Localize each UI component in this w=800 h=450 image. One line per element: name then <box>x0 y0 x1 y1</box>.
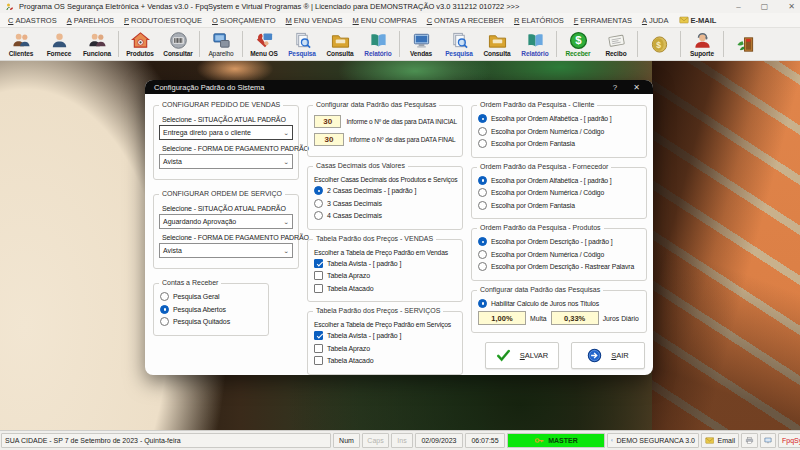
checkbox-box[interactable] <box>314 271 323 280</box>
sair-button[interactable]: SAIR <box>571 342 645 369</box>
radio-escolha-por-ordem-descricao-padrao[interactable]: Escolha por Ordem Descrição - [ padrão ] <box>478 237 641 246</box>
menu-item-aparelhos[interactable]: APARELHOS <box>62 16 119 25</box>
toolbar-button-menu-os[interactable]: Menu OS <box>245 28 283 60</box>
radio-escolha-por-ordem-alfabetica-padrao[interactable]: Escolha por Ordem Alfabética - [ padrão … <box>478 114 641 123</box>
radio-button[interactable] <box>160 305 169 314</box>
checkbox-box[interactable] <box>314 356 323 365</box>
radio-escolha-por-ordem-numerica-codigo[interactable]: Escolha por Ordem Numérica / Código <box>478 250 641 259</box>
combo-avista[interactable]: Avista⌄ <box>159 243 293 258</box>
radio-escolha-por-ordem-descricao-rastrear-palavra[interactable]: Escolha por Ordem Descrição - Rastrear P… <box>478 262 641 271</box>
status-segment-terminal[interactable] <box>760 433 776 448</box>
toolbar-button-pesquisa[interactable]: Pesquisa <box>440 28 478 60</box>
menu-item-relatorios[interactable]: RELATÓRIOS <box>509 16 569 25</box>
menu-item-ajuda[interactable]: AJUDA <box>637 16 674 25</box>
minimize-button[interactable]: – <box>736 2 740 12</box>
toolbar-button-consulta[interactable]: Consulta <box>321 28 359 60</box>
menu-item-contas-a-receber[interactable]: CONTAS A RECEBER <box>422 16 509 25</box>
combo-entrega-direto-para-o-cliente[interactable]: Entrega direto para o cliente⌄ <box>159 125 293 140</box>
radio-button[interactable] <box>478 188 487 197</box>
dialog-close-button[interactable]: ✕ <box>629 83 644 92</box>
radio-button[interactable] <box>478 237 487 246</box>
radio-escolha-por-ordem-alfabetica-padrao[interactable]: Escolha por Ordem Alfabética - [ padrão … <box>478 176 641 185</box>
dialog-titlebar[interactable]: Configuração Padrão do Sistema ? ✕ <box>145 80 653 94</box>
checkbox-tabela-aprazo[interactable]: Tabela Aprazo <box>314 271 457 280</box>
radio-button[interactable] <box>314 199 323 208</box>
dialog-help-button[interactable]: ? <box>609 83 621 92</box>
menu-item-ferramentas[interactable]: FERRAMENTAS <box>569 16 637 25</box>
radio-2-casas-decimais-padrao[interactable]: 2 Casas Decimais - [ padrão ] <box>314 186 457 195</box>
radio-escolha-por-ordem-numerica-codigo[interactable]: Escolha por Ordem Numérica / Código <box>478 188 641 197</box>
chevron-down-icon: ⌄ <box>283 247 289 253</box>
menu-item-os-orcamento[interactable]: OS/ORÇAMENTO <box>207 16 281 25</box>
combo-aguardando-aprovacao[interactable]: Aguardando Aprovação⌄ <box>159 214 293 229</box>
percent-input-multa[interactable]: 1,00% <box>478 311 526 325</box>
radio-pesquisa-geral[interactable]: Pesquisa Geral <box>160 292 263 301</box>
toolbar-button-fornece[interactable]: Fornece <box>40 28 78 60</box>
toolbar-button-coin[interactable]: $ <box>640 28 678 60</box>
radio-escolha-por-ordem-numerica-codigo[interactable]: Escolha por Ordem Numérica / Código <box>478 127 641 136</box>
toolbar-button-produtos[interactable]: Produtos <box>121 28 159 60</box>
toolbar-button-aparelho[interactable]: Aparelho <box>202 28 240 60</box>
maximize-button[interactable]: ▢ <box>761 2 769 12</box>
dialog-button-row: SALVARSAIR <box>471 342 647 373</box>
menu-item-produto-estoque[interactable]: PRODUTO/ESTOQUE <box>119 16 207 25</box>
headset-icon <box>693 31 712 50</box>
checkbox-box[interactable] <box>314 331 323 340</box>
group-title: Tabela Padrão dos Preços - VENDAS <box>313 235 436 242</box>
radio-pesquisa-abertos[interactable]: Pesquisa Abertos <box>160 305 263 314</box>
radio-3-casas-decimais[interactable]: 3 Casas Decimais <box>314 199 457 208</box>
toolbar-button-relatorio[interactable]: Relatório <box>516 28 554 60</box>
radio-button[interactable] <box>478 139 487 148</box>
toolbar-button-receber[interactable]: $Receber <box>559 28 597 60</box>
radio-pesquisa-quitados[interactable]: Pesquisa Quitados <box>160 317 263 326</box>
checkbox-box[interactable] <box>314 284 323 293</box>
toolbar-button-clientes[interactable]: Clientes <box>2 28 40 60</box>
toolbar-button-relatorio[interactable]: Relatório <box>359 28 397 60</box>
checkbox-tabela-avista-padrao[interactable]: Tabela Avista - [ padrão ] <box>314 331 457 340</box>
radio-button[interactable] <box>478 299 487 308</box>
salvar-button[interactable]: SALVAR <box>485 342 559 369</box>
toolbar-button-funciona[interactable]: Funciona <box>78 28 116 60</box>
svg-text:$: $ <box>575 34 582 46</box>
radio-button[interactable] <box>478 201 487 210</box>
menu-item-menu-compras[interactable]: MENU COMPRAS <box>348 16 422 25</box>
radio-escolha-por-ordem-fantasia[interactable]: Escolha por Ordem Fantasia <box>478 201 641 210</box>
close-button[interactable]: ✕ <box>788 2 795 12</box>
menu-item-menu-vendas[interactable]: MENU VENDAS <box>281 16 348 25</box>
menu-item-email[interactable]: E-MAIL <box>674 15 722 25</box>
checkbox-tabela-aprazo[interactable]: Tabela Aprazo <box>314 344 457 353</box>
radio-button[interactable] <box>314 186 323 195</box>
days-input[interactable]: 30 <box>314 133 344 146</box>
radio-button[interactable] <box>478 114 487 123</box>
toolbar-button-recibo[interactable]: Recibo <box>597 28 635 60</box>
radio-button[interactable] <box>478 250 487 259</box>
radio-button[interactable] <box>160 292 169 301</box>
radio-4-casas-decimais[interactable]: 4 Casas Decimais <box>314 211 457 220</box>
toolbar-button-consulta[interactable]: Consulta <box>478 28 516 60</box>
checkbox-box[interactable] <box>314 344 323 353</box>
radio-button[interactable] <box>478 176 487 185</box>
checkbox-box[interactable] <box>314 259 323 268</box>
checkbox-tabela-atacado[interactable]: Tabela Atacado <box>314 284 457 293</box>
checkbox-tabela-atacado[interactable]: Tabela Atacado <box>314 356 457 365</box>
status-segment-printer[interactable] <box>741 433 758 448</box>
radio-button[interactable] <box>160 317 169 326</box>
checkbox-tabela-avista-padrao[interactable]: Tabela Avista - [ padrão ] <box>314 259 457 268</box>
goarrow-icon <box>587 348 602 363</box>
percent-input-juros-diario[interactable]: 0,33% <box>551 311 599 325</box>
radio-button[interactable] <box>478 127 487 136</box>
radio-escolha-por-ordem-fantasia[interactable]: Escolha por Ordem Fantasia <box>478 139 641 148</box>
status-text: Ins <box>397 437 406 444</box>
toolbar-button-consultar[interactable]: Consultar <box>159 28 197 60</box>
status-segment-email[interactable]: Email <box>701 433 739 448</box>
toolbar-button-pesquisa[interactable]: Pesquisa <box>283 28 321 60</box>
radio-habilitar-calculo-de-juros-nos-titulos[interactable]: Habilitar Calculo de Juros nos Titulos <box>478 299 641 308</box>
radio-button[interactable] <box>314 211 323 220</box>
radio-button[interactable] <box>478 262 487 271</box>
toolbar-button-exit[interactable] <box>726 28 764 60</box>
toolbar-button-vendas[interactable]: Vendas <box>402 28 440 60</box>
combo-avista[interactable]: Avista⌄ <box>159 154 293 169</box>
days-input[interactable]: 30 <box>314 115 341 128</box>
menu-item-cadastros[interactable]: CADASTROS <box>3 16 62 25</box>
toolbar-button-suporte[interactable]: Suporte <box>683 28 721 60</box>
